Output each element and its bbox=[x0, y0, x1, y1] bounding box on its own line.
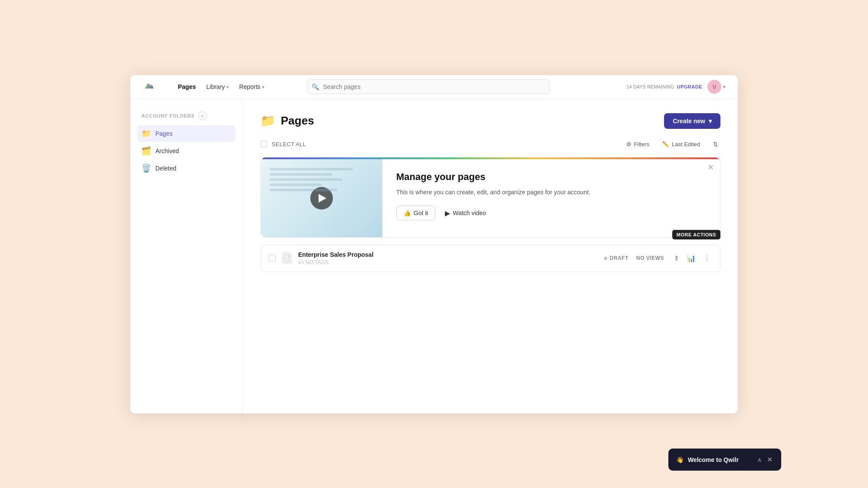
tags-label: NO TAGS bbox=[306, 259, 329, 265]
tutorial-card: ✕ Ma bbox=[260, 157, 720, 238]
trial-badge: 14 DAYS REMAINING UPGRADE bbox=[627, 84, 702, 89]
page-title: Pages bbox=[281, 114, 314, 128]
content-header: 📁 Pages Create new ▾ bbox=[260, 113, 720, 129]
sidebar-section-title: ACCOUNT FOLDERS + bbox=[137, 111, 236, 120]
avatar-chevron-icon: ▾ bbox=[723, 84, 726, 90]
logo[interactable] bbox=[142, 79, 165, 95]
more-options-button[interactable]: ⋮ bbox=[702, 252, 712, 264]
page-list-item: 📄 Enterprise Sales Proposal 🏷 NO TAGS DR… bbox=[260, 245, 720, 272]
archive-icon: 🗂️ bbox=[141, 146, 151, 156]
more-actions-tooltip: MORE ACTIONS bbox=[672, 230, 720, 239]
select-all-checkbox[interactable] bbox=[260, 141, 267, 147]
trial-label: 14 DAYS REMAINING bbox=[627, 84, 674, 89]
play-circle-icon: ▶ bbox=[445, 209, 450, 217]
create-new-button[interactable]: Create new ▾ bbox=[664, 113, 720, 129]
filters-button[interactable]: ⚙ Filters bbox=[624, 139, 652, 149]
nav-links: Pages Library ▾ Reports ▾ bbox=[174, 81, 269, 93]
tutorial-title: Manage your pages bbox=[396, 171, 706, 183]
page-list-container: MORE ACTIONS 📄 Enterprise Sales Proposal… bbox=[260, 245, 720, 272]
sidebar-section-label: ACCOUNT FOLDERS bbox=[141, 113, 195, 118]
page-item-doc-icon: 📄 bbox=[282, 252, 292, 264]
avatar: V bbox=[707, 80, 721, 94]
draft-status: DRAFT bbox=[610, 255, 628, 261]
upgrade-button[interactable]: UPGRADE bbox=[677, 84, 702, 89]
edit-icon: ✏️ bbox=[662, 141, 669, 147]
page-item-title[interactable]: Enterprise Sales Proposal bbox=[298, 251, 598, 258]
sidebar-pages-label: Pages bbox=[155, 130, 173, 137]
tutorial-video-thumbnail bbox=[261, 159, 382, 237]
thumbnail-preview bbox=[270, 168, 374, 229]
sort-button[interactable]: ⇅ bbox=[710, 139, 720, 149]
sidebar-deleted-label: Deleted bbox=[155, 165, 176, 172]
main-content: 📁 Pages Create new ▾ SELECT ALL ⚙ Fil bbox=[243, 99, 738, 413]
nav-library[interactable]: Library ▾ bbox=[202, 81, 233, 93]
toolbar-row: SELECT ALL ⚙ Filters ✏️ Last Edited ⇅ bbox=[260, 139, 720, 149]
tutorial-actions: 👍 Got it ▶ Watch video bbox=[396, 206, 706, 221]
got-it-button[interactable]: 👍 Got it bbox=[396, 206, 435, 220]
nav-pages[interactable]: Pages bbox=[174, 81, 200, 93]
page-title-wrap: 📁 Pages bbox=[260, 114, 314, 128]
filters-label: Filters bbox=[634, 141, 649, 147]
filter-icon: ⚙ bbox=[626, 141, 631, 147]
draft-dot bbox=[604, 257, 607, 260]
sort-icon: ⇅ bbox=[713, 141, 718, 147]
avatar-wrap[interactable]: V ▾ bbox=[707, 80, 726, 94]
toolbar-right: ⚙ Filters ✏️ Last Edited ⇅ bbox=[624, 139, 720, 149]
tags-icon: 🏷 bbox=[298, 259, 303, 265]
no-views: NO VIEWS bbox=[636, 255, 664, 261]
watch-video-button[interactable]: ▶ Watch video bbox=[441, 206, 490, 221]
top-navigation: Pages Library ▾ Reports ▾ 🔍 14 DAYS REMA… bbox=[130, 75, 738, 99]
nav-reports-label: Reports bbox=[239, 83, 260, 90]
add-folder-button[interactable]: + bbox=[198, 111, 207, 120]
sidebar-archived-label: Archived bbox=[155, 147, 179, 154]
page-item-tags: 🏷 NO TAGS bbox=[298, 259, 598, 265]
page-item-actions: ⬆ 📊 ⋮ bbox=[672, 252, 712, 264]
sidebar: ACCOUNT FOLDERS + 📁 Pages 🗂️ Archived 🗑️… bbox=[130, 99, 243, 413]
search-icon: 🔍 bbox=[312, 83, 319, 90]
create-new-chevron-icon: ▾ bbox=[709, 118, 712, 124]
nav-right: 14 DAYS REMAINING UPGRADE V ▾ bbox=[627, 80, 726, 94]
trash-icon: 🗑️ bbox=[141, 164, 151, 173]
sidebar-item-pages[interactable]: 📁 Pages bbox=[137, 125, 236, 142]
analytics-button[interactable]: 📊 bbox=[685, 252, 697, 264]
select-all-label: SELECT ALL bbox=[272, 141, 306, 147]
tutorial-description: This is where you can create, edit, and … bbox=[396, 188, 706, 197]
last-edited-label: Last Edited bbox=[672, 141, 700, 147]
search-input[interactable] bbox=[307, 79, 550, 94]
page-item-info: Enterprise Sales Proposal 🏷 NO TAGS bbox=[298, 251, 598, 265]
nav-library-label: Library bbox=[206, 83, 225, 90]
main-layout: ACCOUNT FOLDERS + 📁 Pages 🗂️ Archived 🗑️… bbox=[130, 99, 738, 413]
nav-pages-label: Pages bbox=[178, 83, 196, 90]
last-edited-button[interactable]: ✏️ Last Edited bbox=[660, 139, 703, 149]
tutorial-card-inner: Manage your pages This is where you can … bbox=[261, 157, 720, 237]
folder-icon: 📁 bbox=[141, 129, 151, 138]
share-button[interactable]: ⬆ bbox=[672, 252, 681, 264]
tutorial-text: Manage your pages This is where you can … bbox=[382, 159, 720, 237]
library-chevron-icon: ▾ bbox=[227, 85, 229, 89]
page-item-checkbox[interactable] bbox=[269, 255, 276, 262]
page-item-right: DRAFT NO VIEWS ⬆ 📊 ⋮ bbox=[604, 252, 712, 264]
search-bar: 🔍 bbox=[307, 79, 550, 94]
got-it-label: Got it bbox=[414, 210, 428, 216]
select-all-wrap: SELECT ALL bbox=[260, 141, 306, 147]
page-folder-icon: 📁 bbox=[260, 114, 276, 128]
close-tutorial-button[interactable]: ✕ bbox=[707, 164, 714, 171]
reports-chevron-icon: ▾ bbox=[262, 85, 264, 89]
sidebar-item-archived[interactable]: 🗂️ Archived bbox=[137, 143, 236, 159]
draft-badge: DRAFT bbox=[604, 255, 628, 261]
sidebar-item-deleted[interactable]: 🗑️ Deleted bbox=[137, 160, 236, 177]
create-new-label: Create new bbox=[673, 118, 705, 124]
nav-reports[interactable]: Reports ▾ bbox=[235, 81, 269, 93]
thumbs-up-icon: 👍 bbox=[404, 210, 411, 216]
watch-video-label: Watch video bbox=[453, 210, 486, 216]
